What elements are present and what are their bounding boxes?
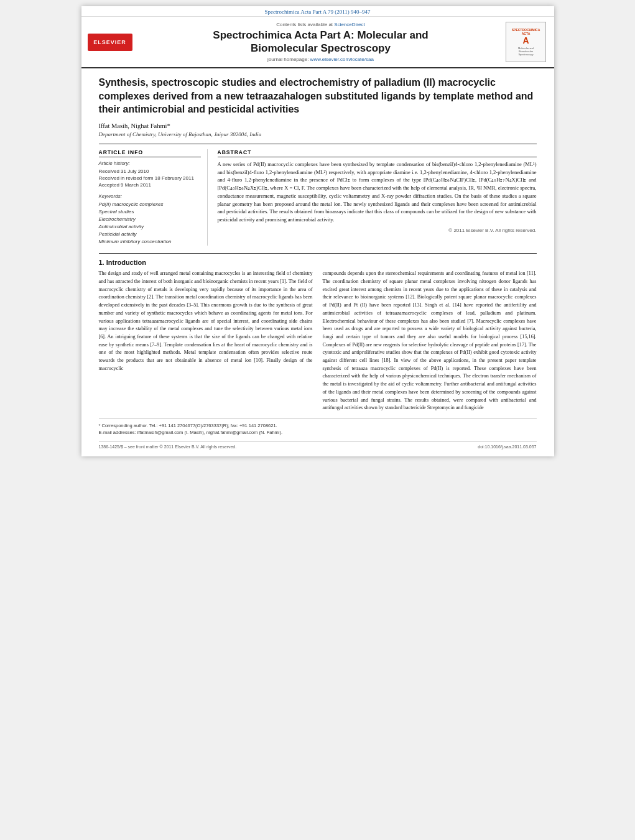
received-date: Received 31 July 2010 xyxy=(99,168,201,175)
sciencedirect-link[interactable]: ScienceDirect xyxy=(334,22,364,27)
journal-citation-text: Spectrochimica Acta Part A 79 (2011) 940… xyxy=(264,9,370,15)
journal-title: Spectrochimica Acta Part A: Molecular an… xyxy=(142,29,499,55)
keyword-2: Spectral studies xyxy=(99,208,201,216)
introduction-section: 1. Introduction The design and study of … xyxy=(99,253,537,412)
logo-a: A xyxy=(522,35,529,45)
affiliation: Department of Chemistry, University of R… xyxy=(99,131,537,137)
header-center: Contents lists available at ScienceDirec… xyxy=(142,22,499,62)
main-content: Synthesis, spectroscopic studies and ele… xyxy=(81,68,554,456)
authors: Iffat Masih, Nighat Fahmi* xyxy=(99,122,537,129)
intro-heading: 1. Introduction xyxy=(99,259,537,266)
abstract-text: A new series of Pd(II) macrocyclic compl… xyxy=(218,160,537,224)
copyright-line: © 2011 Elsevier B.V. All rights reserved… xyxy=(218,228,537,233)
article-info-section: ARTICLE INFO Article history: Received 3… xyxy=(99,149,208,246)
logo-sub: Molecular andBiomolecularSpectroscopy xyxy=(518,47,534,56)
logo-sa: SPECTROCHIMICAACTA xyxy=(512,28,540,35)
intro-col1-text: The design and study of well arranged me… xyxy=(99,270,313,372)
body-col-right: compounds depends upon the stereochemica… xyxy=(323,270,537,412)
footer-doi: doi:10.1016/j.saa.2011.03.057 xyxy=(478,445,536,449)
email-note: E-mail addresses: iffatmasih@gmail.com (… xyxy=(99,429,537,436)
journal-citation-bar: Spectrochimica Acta Part A 79 (2011) 940… xyxy=(81,6,554,17)
keyword-5: Pesticidal activity xyxy=(99,231,201,238)
received-revised-date: Received in revised form 18 February 201… xyxy=(99,175,201,182)
keyword-6: Minimum inhibitory concentration xyxy=(99,238,201,246)
abstract-label: ABSTRACT xyxy=(218,149,537,157)
article-title: Synthesis, spectroscopic studies and ele… xyxy=(99,76,537,116)
header-left: ELSEVIER xyxy=(88,22,137,62)
journal-header: ELSEVIER Contents lists available at Sci… xyxy=(81,17,554,68)
journal-page: Spectrochimica Acta Part A 79 (2011) 940… xyxy=(81,6,554,456)
keyword-1: Pd(II) macrocyclic complexes xyxy=(99,201,201,208)
article-history-label: Article history: xyxy=(99,160,201,166)
header-right: SPECTROCHIMICAACTA A Molecular andBiomol… xyxy=(504,22,548,62)
article-info-abstract: ARTICLE INFO Article history: Received 3… xyxy=(99,144,537,246)
homepage-link[interactable]: www.elsevier.com/locate/saa xyxy=(310,57,374,62)
body-col-left: The design and study of well arranged me… xyxy=(99,270,313,412)
footer-bar: 1386-1425/$ – see front matter © 2011 El… xyxy=(99,441,537,449)
footer-issn: 1386-1425/$ – see front matter © 2011 El… xyxy=(99,445,237,449)
journal-homepage: journal homepage: www.elsevier.com/locat… xyxy=(142,57,499,62)
keyword-4: Antimicrobial activity xyxy=(99,223,201,231)
footnotes: * Corresponding author. Tel.: +91 141 27… xyxy=(99,418,537,436)
accepted-date: Accepted 9 March 2011 xyxy=(99,182,201,188)
body-columns: The design and study of well arranged me… xyxy=(99,270,537,412)
corresponding-author-note: * Corresponding author. Tel.: +91 141 27… xyxy=(99,422,537,429)
intro-col2-text: compounds depends upon the stereochemica… xyxy=(323,270,537,412)
contents-line: Contents lists available at ScienceDirec… xyxy=(142,22,499,27)
keywords-label: Keywords: xyxy=(99,193,201,199)
elsevier-logo: ELSEVIER xyxy=(88,34,132,51)
abstract-section: ABSTRACT A new series of Pd(II) macrocyc… xyxy=(218,149,537,246)
keywords-list: Pd(II) macrocyclic complexes Spectral st… xyxy=(99,201,201,246)
journal-logo-box: SPECTROCHIMICAACTA A Molecular andBiomol… xyxy=(506,22,546,62)
article-info-label: ARTICLE INFO xyxy=(99,149,201,157)
keyword-3: Electrochemistry xyxy=(99,216,201,223)
